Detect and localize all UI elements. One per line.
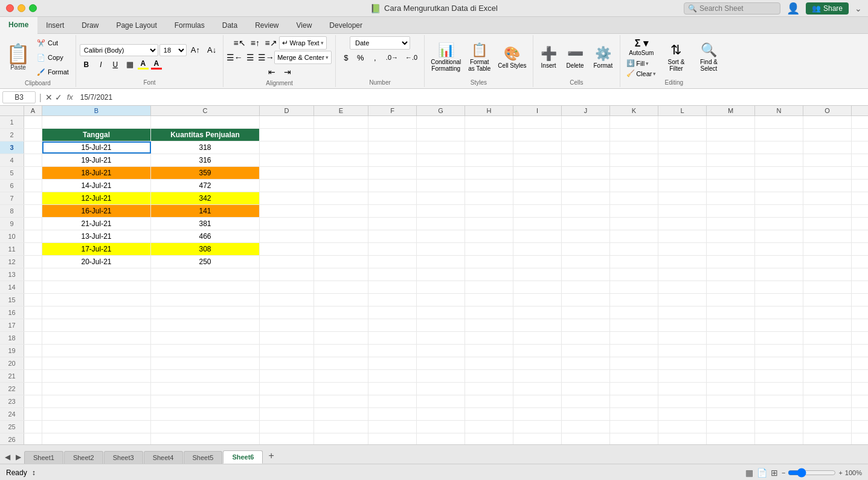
cell-A24[interactable] [24, 408, 42, 420]
cell-J13[interactable] [562, 268, 610, 281]
font-color-button[interactable]: A [151, 59, 162, 70]
cell-M19[interactable] [707, 345, 755, 357]
cell-O9[interactable] [803, 218, 852, 230]
cell-O15[interactable] [803, 294, 852, 306]
cell-N3[interactable] [755, 141, 803, 154]
format-painter-button[interactable]: 🖌️ Format [34, 65, 72, 79]
cell-B20[interactable] [42, 357, 151, 369]
cell-P7[interactable] [852, 192, 868, 204]
cell-L25[interactable] [658, 421, 707, 433]
cell-D4[interactable] [260, 154, 314, 166]
cell-P19[interactable] [852, 345, 868, 357]
cell-K13[interactable] [610, 268, 658, 281]
cell-P5[interactable] [852, 167, 868, 179]
format-as-table-button[interactable]: 📋 Formatas Table [466, 41, 493, 73]
cell-F26[interactable] [368, 433, 417, 444]
align-center-button[interactable]: ☰ [243, 51, 257, 64]
cell-K22[interactable] [610, 383, 658, 395]
cell-M10[interactable] [707, 230, 755, 242]
cell-G5[interactable] [417, 167, 465, 179]
cell-K4[interactable] [610, 154, 658, 166]
cell-H4[interactable] [465, 154, 513, 166]
cell-P13[interactable] [852, 268, 868, 281]
cell-D3[interactable] [260, 141, 314, 154]
cell-L1[interactable] [658, 116, 707, 128]
autosum-button[interactable]: Σ ▾ AutoSum [624, 36, 658, 57]
cell-E22[interactable] [314, 383, 368, 395]
cell-E23[interactable] [314, 395, 368, 407]
close-button[interactable] [6, 4, 14, 12]
col-header-H[interactable]: H [465, 106, 513, 115]
cell-O17[interactable] [803, 319, 852, 331]
cell-F2[interactable] [368, 129, 417, 141]
cell-F1[interactable] [368, 116, 417, 128]
cell-O2[interactable] [803, 129, 852, 141]
cell-B9[interactable]: 21-Jul-21 [42, 218, 151, 230]
sheet-tab-Sheet4[interactable]: Sheet4 [144, 451, 183, 464]
col-header-K[interactable]: K [610, 106, 658, 115]
cell-E9[interactable] [314, 218, 368, 230]
cell-B2[interactable]: Tanggal [42, 129, 151, 141]
cell-N7[interactable] [755, 192, 803, 204]
cell-O19[interactable] [803, 345, 852, 357]
fill-color-button[interactable]: A [138, 59, 149, 70]
user-icon[interactable]: 👤 [786, 2, 800, 15]
cell-I8[interactable] [513, 205, 562, 217]
cell-C7[interactable]: 342 [151, 192, 260, 204]
cell-P9[interactable] [852, 218, 868, 230]
cell-K15[interactable] [610, 294, 658, 306]
cell-I18[interactable] [513, 332, 562, 344]
cell-K16[interactable] [610, 306, 658, 319]
cell-A3[interactable] [24, 141, 42, 154]
cell-C20[interactable] [151, 357, 260, 369]
cell-E3[interactable] [314, 141, 368, 154]
cell-N25[interactable] [755, 421, 803, 433]
cell-G18[interactable] [417, 332, 465, 344]
cell-F9[interactable] [368, 218, 417, 230]
cell-I25[interactable] [513, 421, 562, 433]
cell-A17[interactable] [24, 319, 42, 331]
cell-C10[interactable]: 466 [151, 230, 260, 242]
cell-H6[interactable] [465, 180, 513, 192]
cell-H9[interactable] [465, 218, 513, 230]
cell-N17[interactable] [755, 319, 803, 331]
cell-N26[interactable] [755, 433, 803, 444]
cell-K9[interactable] [610, 218, 658, 230]
cell-E13[interactable] [314, 268, 368, 281]
cell-K5[interactable] [610, 167, 658, 179]
cell-D26[interactable] [260, 433, 314, 444]
conditional-formatting-button[interactable]: 📊 ConditionalFormatting [428, 41, 463, 73]
cell-G17[interactable] [417, 319, 465, 331]
cell-F24[interactable] [368, 408, 417, 420]
cell-B13[interactable] [42, 268, 151, 281]
cell-P25[interactable] [852, 421, 868, 433]
cell-K24[interactable] [610, 408, 658, 420]
cell-H14[interactable] [465, 281, 513, 293]
cell-K8[interactable] [610, 205, 658, 217]
tab-page-layout[interactable]: Page Layout [108, 17, 166, 33]
cell-L17[interactable] [658, 319, 707, 331]
cell-A11[interactable] [24, 243, 42, 255]
border-button[interactable]: ▦ [123, 58, 137, 71]
cell-D1[interactable] [260, 116, 314, 128]
sheet-tab-Sheet3[interactable]: Sheet3 [104, 451, 143, 464]
cell-I14[interactable] [513, 281, 562, 293]
cell-G6[interactable] [417, 180, 465, 192]
cell-G11[interactable] [417, 243, 465, 255]
cancel-icon[interactable]: ✕ [45, 92, 53, 102]
cell-J24[interactable] [562, 408, 610, 420]
col-header-F[interactable]: F [368, 106, 417, 115]
cell-A6[interactable] [24, 180, 42, 192]
copy-button[interactable]: 📄 Copy [34, 51, 72, 64]
cell-G3[interactable] [417, 141, 465, 154]
cell-N9[interactable] [755, 218, 803, 230]
cell-N15[interactable] [755, 294, 803, 306]
cell-G15[interactable] [417, 294, 465, 306]
cell-F5[interactable] [368, 167, 417, 179]
cell-H7[interactable] [465, 192, 513, 204]
cell-B17[interactable] [42, 319, 151, 331]
cell-L13[interactable] [658, 268, 707, 281]
paste-button[interactable]: 📋 Paste [4, 43, 33, 72]
cell-O11[interactable] [803, 243, 852, 255]
cell-D19[interactable] [260, 345, 314, 357]
